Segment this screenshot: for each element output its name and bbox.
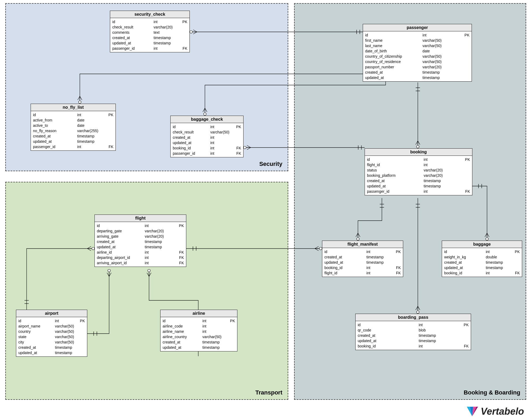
column-type: int: [486, 249, 512, 254]
column-type: date: [423, 48, 462, 54]
column-name: qr_code: [358, 327, 419, 333]
column-row: departing_airport_idintFK: [97, 255, 184, 260]
column-row: created_attimestamp: [18, 345, 85, 350]
entity-airline[interactable]: airline idintPKairline_codeintairline_na…: [160, 310, 237, 351]
column-row: active_fromdate: [33, 117, 113, 123]
column-name: id: [358, 322, 419, 327]
column-row: idintPK: [163, 318, 235, 324]
column-row: updated_attimestamp: [444, 265, 520, 270]
column-name: country_of_citizenship: [365, 54, 423, 59]
column-key: [462, 48, 469, 54]
entity-flight[interactable]: flight idintPKdeparting_gatevarchar(20)a…: [94, 215, 186, 267]
vertabelo-logo-text: Vertabelo: [481, 406, 524, 417]
region-booking-label: Booking & Boarding: [464, 389, 520, 396]
column-type: varchar(50): [423, 43, 462, 48]
column-name: flight_id: [367, 162, 424, 167]
column-key: [512, 254, 520, 260]
column-name: created_at: [33, 133, 77, 139]
entity-no-fly-list[interactable]: no_fly_list idintPKactive_fromdateactive…: [31, 104, 116, 151]
column-row: idintPK: [367, 157, 470, 162]
column-name: created_at: [112, 35, 154, 40]
column-key: [176, 239, 184, 244]
column-name: departing_gate: [97, 228, 145, 234]
entity-title: security_check: [110, 11, 189, 18]
column-name: updated_at: [112, 40, 154, 46]
column-type: varchar(50): [55, 324, 78, 329]
column-key: [228, 329, 235, 334]
column-row: statusvarchar(20): [367, 167, 470, 173]
column-row: passenger_idintFK: [33, 144, 113, 149]
column-type: varchar(255): [77, 128, 106, 133]
column-row: updated_attimestamp: [365, 75, 469, 80]
column-type: int: [423, 32, 462, 38]
column-key: FK: [512, 270, 520, 276]
column-row: booking_idintFK: [324, 265, 401, 270]
column-key: [461, 333, 469, 338]
column-row: created_attimestamp: [365, 70, 469, 75]
column-key: PK: [463, 157, 470, 162]
column-key: [462, 64, 469, 70]
column-key: [77, 324, 85, 329]
column-key: [512, 265, 520, 270]
column-type: timestamp: [366, 254, 393, 260]
column-name: active_to: [33, 123, 77, 128]
column-key: [463, 167, 470, 173]
column-name: created_at: [97, 239, 145, 244]
entity-boarding-pass[interactable]: boarding_pass idintPKqr_codeblobcreated_…: [355, 314, 471, 350]
entity-passenger[interactable]: passenger idintPKfirst_namevarchar(50)la…: [363, 24, 472, 82]
entity-title: booking: [365, 149, 472, 156]
column-row: created_attimestamp: [112, 35, 187, 40]
entity-baggage-check[interactable]: baggage_check idintPKcheck_resultvarchar…: [170, 116, 244, 157]
column-type: int: [203, 324, 228, 329]
column-type: varchar(50): [423, 54, 462, 59]
column-name: arriving_airport_id: [97, 260, 145, 266]
column-name: booking_id: [358, 343, 419, 349]
column-name: weight_in_kg: [444, 254, 486, 260]
column-row: commentstext: [112, 30, 187, 35]
column-key: [228, 345, 235, 350]
column-key: FK: [176, 255, 184, 260]
column-row: idintPK: [97, 223, 184, 228]
column-type: int: [77, 112, 106, 117]
column-type: int: [145, 255, 176, 260]
column-type: int: [210, 151, 234, 156]
column-name: airline_code: [163, 324, 203, 329]
column-row: booking_idintFK: [358, 343, 469, 349]
column-row: idintPK: [444, 249, 520, 254]
column-key: FK: [393, 270, 401, 276]
column-row: idintPK: [18, 318, 85, 324]
column-type: timestamp: [203, 339, 228, 345]
column-row: flight_idintFK: [324, 270, 401, 276]
entity-flight-manifest[interactable]: flight_manifest idintPKcreated_attimesta…: [322, 241, 403, 277]
column-row: idintPK: [358, 322, 469, 327]
column-name: airline_country: [163, 334, 203, 339]
column-name: updated_at: [173, 140, 210, 145]
column-row: airport_namevarchar(50): [18, 324, 85, 329]
vertabelo-logo-icon: [466, 406, 478, 417]
column-row: countryvarchar(50): [18, 329, 85, 334]
column-key: [77, 334, 85, 339]
entity-title: airline: [160, 310, 237, 317]
column-name: check_result: [173, 129, 210, 135]
column-key: FK: [234, 151, 241, 156]
column-row: passenger_idintFK: [112, 46, 187, 51]
column-key: [462, 38, 469, 43]
entity-security-check[interactable]: security_check idintPKcheck_resultvarcha…: [110, 11, 190, 52]
column-name: state: [18, 334, 55, 339]
column-name: created_at: [163, 339, 203, 345]
column-name: active_from: [33, 117, 77, 123]
entity-booking[interactable]: booking idintPKflight_idintstatusvarchar…: [365, 148, 472, 195]
region-security-label: Security: [259, 161, 282, 167]
column-type: int: [424, 189, 463, 194]
column-row: flight_idint: [367, 162, 470, 167]
column-type: int: [145, 250, 176, 255]
entity-baggage[interactable]: baggage idintPKweight_in_kgdoublecreated…: [442, 241, 522, 277]
column-key: [228, 339, 235, 345]
column-type: varchar(20): [423, 64, 462, 70]
column-row: airline_codeint: [163, 324, 235, 329]
region-transport-label: Transport: [255, 389, 282, 396]
column-key: [463, 183, 470, 189]
column-row: created_attimestamp: [324, 254, 401, 260]
entity-airport[interactable]: airport idintPKairport_namevarchar(50)co…: [16, 310, 87, 357]
column-key: FK: [180, 46, 187, 51]
